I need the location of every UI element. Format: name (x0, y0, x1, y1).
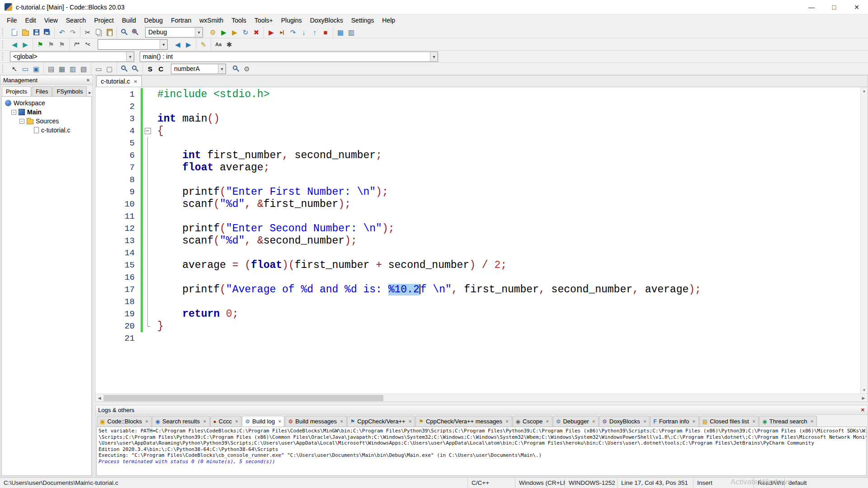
menu-plugins[interactable]: Plugins (277, 15, 306, 25)
prev-change-button[interactable]: ◀ (9, 39, 20, 50)
abort-button[interactable]: ✖ (251, 27, 262, 38)
close-tab-icon[interactable]: ✕ (643, 419, 647, 424)
columns-tool-button[interactable]: ▥ (67, 63, 78, 74)
tree-item-c-tutorial-c[interactable]: c-tutorial.c (3, 126, 90, 135)
close-tab-icon[interactable]: ✕ (340, 419, 344, 424)
scroll-down-icon[interactable]: ▼ (861, 386, 868, 394)
redo-button[interactable]: ↷ (67, 27, 78, 38)
save-all-button[interactable] (42, 27, 52, 38)
tree-item-workspace[interactable]: Workspace (3, 99, 90, 108)
grid-tool-button[interactable]: ▦ (57, 63, 67, 74)
project-tree[interactable]: Workspace−Main−Sourcesc-tutorial.c (1, 96, 92, 476)
run-button[interactable]: ▶ (218, 27, 229, 38)
sizer-tool-button[interactable]: ▤ (46, 63, 57, 74)
close-tab-icon[interactable]: ✕ (409, 419, 412, 424)
minimize-button[interactable]: — (800, 0, 823, 14)
step-out-button[interactable]: ↑ (309, 27, 320, 38)
log-tab-cppcheck-vera-messages[interactable]: ⚑CppCheck/Vera++ messages✕ (415, 416, 512, 427)
close-tab-icon[interactable]: ✕ (134, 79, 137, 84)
editor-tab-c-tutorial[interactable]: c-tutorial.c ✕ (96, 75, 142, 87)
menu-tools[interactable]: Tools (227, 15, 250, 25)
code-lines[interactable]: 1#include <stdio.h>23int main()4{56 int … (95, 87, 860, 394)
log-tab-thread-search[interactable]: ◉Thread search✕ (759, 416, 817, 427)
doxy-comment-block-button[interactable]: /** (71, 39, 82, 50)
function-select[interactable]: main() : int ▾ (140, 52, 438, 62)
show-source-button[interactable]: S (145, 63, 156, 74)
tab-files[interactable]: Files (32, 86, 52, 96)
thread-search-run-button[interactable] (231, 63, 241, 74)
log-tab-doxyblocks[interactable]: ⚙DoxyBlocks✕ (599, 416, 650, 427)
menu-help[interactable]: Help (378, 15, 399, 25)
incremental-search-input[interactable]: ▾ (98, 39, 168, 50)
build-button[interactable]: ⚙ (208, 27, 218, 38)
debug-continue-button[interactable]: ▶ (266, 27, 277, 38)
log-tab-build-log[interactable]: ⚙Build log✕ (242, 416, 284, 427)
various-info-button[interactable]: ▥ (346, 27, 357, 38)
chevron-down-icon[interactable]: ▾ (126, 52, 134, 61)
undo-button[interactable]: ↶ (57, 27, 67, 38)
menu-view[interactable]: View (40, 15, 62, 25)
show-comment-button[interactable]: C (156, 63, 166, 74)
new-file-button[interactable] (9, 27, 20, 38)
pointer-tool-button[interactable]: ↖ (9, 63, 20, 74)
debugging-windows-button[interactable]: ▦ (335, 27, 346, 38)
log-tab-cscope[interactable]: ◉Cscope✕ (513, 416, 552, 427)
next-line-button[interactable]: ↷ (288, 27, 298, 38)
tab-fsymbols[interactable]: FSymbols (52, 86, 87, 96)
tree-item-main[interactable]: −Main (3, 108, 90, 117)
menu-edit[interactable]: Edit (21, 15, 40, 25)
menu-fortran[interactable]: Fortran (167, 15, 195, 25)
chevron-down-icon[interactable]: ▾ (195, 28, 203, 37)
match-case-button[interactable]: Aa (213, 39, 224, 50)
next-bookmark-button[interactable]: ⚑ (57, 39, 67, 50)
menu-wxsmith[interactable]: wxSmith (195, 15, 227, 25)
log-tab-fortran-info[interactable]: FFortran info✕ (650, 416, 698, 427)
menu-file[interactable]: File (3, 15, 21, 25)
find-button[interactable] (119, 27, 130, 38)
menu-build[interactable]: Build (118, 15, 140, 25)
image-tool-button[interactable]: ▣ (31, 63, 42, 74)
maximize-button[interactable]: □ (823, 0, 845, 14)
editor-vertical-scrollbar[interactable]: ▲ ▼ (860, 87, 868, 394)
chevron-down-icon[interactable]: ▾ (160, 40, 167, 49)
log-tab-build-messages[interactable]: ⚙Build messages✕ (285, 416, 346, 427)
build-target-select[interactable]: Debug ▾ (145, 27, 203, 38)
window-tool-button[interactable]: ▭ (20, 63, 31, 74)
replace-button[interactable] (130, 27, 141, 38)
stop-debugger-button[interactable]: ■ (320, 27, 331, 38)
close-tab-icon[interactable]: ✕ (811, 419, 814, 424)
management-tabs-overflow-button[interactable]: ▸ (87, 89, 92, 96)
log-tab-search-results[interactable]: ◉Search results✕ (152, 416, 209, 427)
toggle-bookmark-button[interactable]: ⚑ (35, 39, 46, 50)
close-tab-icon[interactable]: ✕ (752, 419, 756, 424)
thread-search-options-button[interactable]: ⚙ (241, 63, 252, 74)
close-button[interactable]: ✕ (845, 0, 868, 14)
expander-icon[interactable]: − (19, 119, 24, 124)
rounded-shape-button[interactable]: ▢ (104, 63, 115, 74)
log-tab-closed-files-list[interactable]: ▤Closed files list✕ (699, 416, 759, 427)
scroll-left-icon[interactable]: ◀ (95, 394, 104, 402)
chevron-down-icon[interactable]: ▾ (430, 52, 438, 61)
incsearch-next-button[interactable]: ▶ (183, 39, 194, 50)
hscroll-track[interactable] (104, 394, 859, 402)
layout-tool-button[interactable]: ▧ (78, 63, 89, 74)
editor-horizontal-scrollbar[interactable]: ◀ ▶ (95, 394, 868, 402)
incsearch-prev-button[interactable]: ◀ (172, 39, 183, 50)
menu-tools[interactable]: Tools+ (250, 15, 277, 25)
close-tab-icon[interactable]: ✕ (278, 419, 282, 424)
menu-search[interactable]: Search (62, 15, 90, 25)
close-tab-icon[interactable]: ✕ (145, 419, 149, 424)
scope-select[interactable]: <global> ▾ (10, 52, 134, 62)
paste-button[interactable] (104, 27, 115, 38)
expander-icon[interactable]: − (11, 110, 16, 115)
hscroll-thumb[interactable] (104, 395, 383, 401)
zoom-in-button[interactable] (119, 63, 130, 74)
save-button[interactable] (31, 27, 42, 38)
doxy-comment-line-button[interactable]: *< (82, 39, 93, 50)
menu-settings[interactable]: Settings (347, 15, 378, 25)
management-close-icon[interactable]: ✕ (86, 78, 90, 83)
log-tab-debugger[interactable]: ⚙Debugger✕ (553, 416, 599, 427)
thread-search-input[interactable]: numberA ▾ (171, 64, 226, 74)
fold-marker-icon[interactable] (143, 125, 152, 137)
copy-button[interactable] (93, 27, 104, 38)
